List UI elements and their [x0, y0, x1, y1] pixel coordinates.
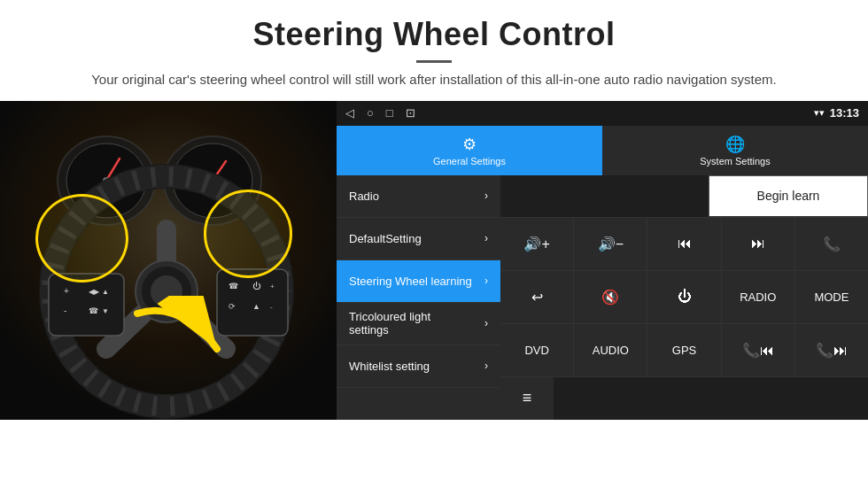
phone-button[interactable]: 📞	[795, 218, 868, 270]
svg-text:☎: ☎	[89, 306, 98, 315]
audio-button[interactable]: AUDIO	[574, 324, 647, 376]
svg-text:☎: ☎	[229, 282, 238, 290]
power-icon: ⏻	[678, 289, 692, 305]
prev-track-icon: ⏮	[678, 236, 692, 252]
content-area: + - ◀▶ ☎ ▲ ▼ ☎ ⟳ ⏻ ▲ + -	[0, 101, 868, 420]
general-settings-icon: ⚙	[462, 135, 477, 154]
menu-item-radio[interactable]: Radio ›	[337, 175, 500, 218]
menu-item-tricoloured-label: Tricoloured lightsettings	[349, 310, 430, 337]
power-button[interactable]: ⏻	[647, 271, 721, 323]
volume-up-icon: 🔊+	[523, 236, 549, 252]
page-title: Steering Wheel Control	[53, 16, 815, 53]
volume-down-button[interactable]: 🔊−	[574, 218, 647, 270]
status-bar: ◁ ○ □ ⊡ ▾▾ 13:13	[337, 101, 868, 126]
title-divider	[416, 60, 452, 63]
svg-text:+: +	[270, 283, 275, 290]
last-row: ≡	[500, 377, 868, 420]
main-panel: Radio › DefaultSetting › Steering Wheel …	[337, 175, 868, 420]
menu-item-whitelist[interactable]: Whitelist setting ›	[337, 345, 500, 388]
clock: 13:13	[830, 106, 859, 120]
tab-system-label: System Settings	[700, 156, 770, 166]
system-settings-icon: 🌐	[725, 135, 745, 154]
begin-learn-label: Begin learn	[757, 189, 820, 203]
tab-general-label: General Settings	[433, 156, 506, 166]
menu-icon[interactable]: ⊡	[406, 106, 415, 120]
tab-general-settings[interactable]: ⚙ General Settings	[337, 126, 602, 175]
next-track-icon: ⏭	[751, 236, 765, 252]
button-grid: 🔊+ 🔊− ⏮ ⏭ 📞	[500, 218, 868, 377]
svg-text:▲: ▲	[252, 302, 260, 311]
phone-next-icon: 📞⏭	[816, 342, 848, 359]
svg-text:-: -	[270, 303, 273, 311]
back-icon[interactable]: ◁	[345, 106, 354, 120]
prev-track-button[interactable]: ⏮	[647, 218, 721, 270]
header-section: Steering Wheel Control Your original car…	[0, 0, 868, 101]
button-row-1: 🔊+ 🔊− ⏮ ⏭ 📞	[500, 218, 868, 271]
volume-up-button[interactable]: 🔊+	[500, 218, 574, 270]
right-controls: Begin learn 🔊+ 🔊− ⏮	[500, 175, 868, 420]
dvd-button[interactable]: DVD	[500, 324, 574, 376]
button-row-3: DVD AUDIO GPS 📞⏮ 📞⏭	[500, 324, 868, 377]
menu-tricoloured-arrow: ›	[484, 317, 488, 329]
menu-radio-arrow: ›	[484, 190, 488, 202]
gps-button[interactable]: GPS	[647, 324, 721, 376]
gps-label: GPS	[672, 344, 696, 357]
phone-prev-icon: 📞⏮	[742, 342, 774, 359]
nav-icons: ◁ ○ □ ⊡	[345, 106, 415, 120]
back-call-button[interactable]: ↩	[500, 271, 574, 323]
menu-list-button[interactable]: ≡	[500, 377, 554, 420]
back-call-icon: ↩	[531, 289, 543, 306]
mute-button[interactable]: 🔇	[574, 271, 647, 323]
menu-steering-arrow: ›	[484, 275, 488, 287]
svg-text:+: +	[64, 286, 69, 296]
begin-learn-button[interactable]: Begin learn	[709, 175, 868, 217]
android-interface: ◁ ○ □ ⊡ ▾▾ 13:13 ⚙ General Settings 🌐 Sy…	[337, 101, 868, 420]
menu-item-radio-label: Radio	[349, 190, 379, 203]
mute-icon: 🔇	[601, 289, 619, 306]
menu-item-tricoloured[interactable]: Tricoloured lightsettings ›	[337, 303, 500, 345]
menu-list-icon: ≡	[523, 389, 532, 407]
arrow-indicator	[128, 296, 235, 367]
svg-rect-19	[49, 274, 124, 336]
audio-label: AUDIO	[593, 344, 629, 357]
steering-wheel-image: + - ◀▶ ☎ ▲ ▼ ☎ ⟳ ⏻ ▲ + -	[0, 101, 337, 420]
svg-text:▼: ▼	[102, 307, 109, 315]
phone-next-button[interactable]: 📞⏭	[795, 324, 868, 376]
wifi-icon: ▾▾	[814, 107, 825, 119]
left-menu: Radio › DefaultSetting › Steering Wheel …	[337, 175, 500, 420]
menu-item-steering-wheel[interactable]: Steering Wheel learning ›	[337, 260, 500, 303]
menu-item-default-label: DefaultSetting	[349, 232, 422, 245]
menu-item-whitelist-label: Whitelist setting	[349, 360, 430, 373]
phone-icon: 📞	[823, 236, 841, 252]
mode-button[interactable]: MODE	[795, 271, 868, 323]
menu-whitelist-arrow: ›	[484, 360, 488, 372]
menu-item-default-setting[interactable]: DefaultSetting ›	[337, 218, 500, 260]
left-button-highlight	[35, 194, 128, 283]
dvd-label: DVD	[524, 344, 548, 357]
volume-down-icon: 🔊−	[598, 236, 624, 252]
radio-label: RADIO	[740, 290, 776, 304]
svg-text:◀▶: ◀▶	[89, 288, 100, 296]
begin-learn-row: Begin learn	[500, 175, 868, 218]
menu-item-steering-label: Steering Wheel learning	[349, 275, 472, 288]
svg-text:▲: ▲	[102, 288, 109, 296]
mode-label: MODE	[814, 290, 849, 304]
button-row-2: ↩ 🔇 ⏻ RADIO MODE	[500, 271, 868, 324]
subtitle-text: Your original car's steering wheel contr…	[53, 70, 815, 90]
recent-icon[interactable]: □	[386, 106, 393, 120]
svg-text:⏻: ⏻	[252, 282, 261, 290]
radio-button[interactable]: RADIO	[722, 271, 795, 323]
phone-prev-button[interactable]: 📞⏮	[722, 324, 795, 376]
status-right: ▾▾ 13:13	[814, 106, 859, 120]
right-button-highlight	[204, 190, 292, 278]
next-track-button[interactable]: ⏭	[722, 218, 795, 270]
empty-area	[500, 175, 709, 217]
tab-system-settings[interactable]: 🌐 System Settings	[602, 126, 868, 175]
menu-default-arrow: ›	[484, 232, 488, 244]
svg-text:-: -	[64, 306, 66, 315]
tab-bar: ⚙ General Settings 🌐 System Settings	[337, 126, 868, 175]
home-icon[interactable]: ○	[367, 106, 374, 120]
